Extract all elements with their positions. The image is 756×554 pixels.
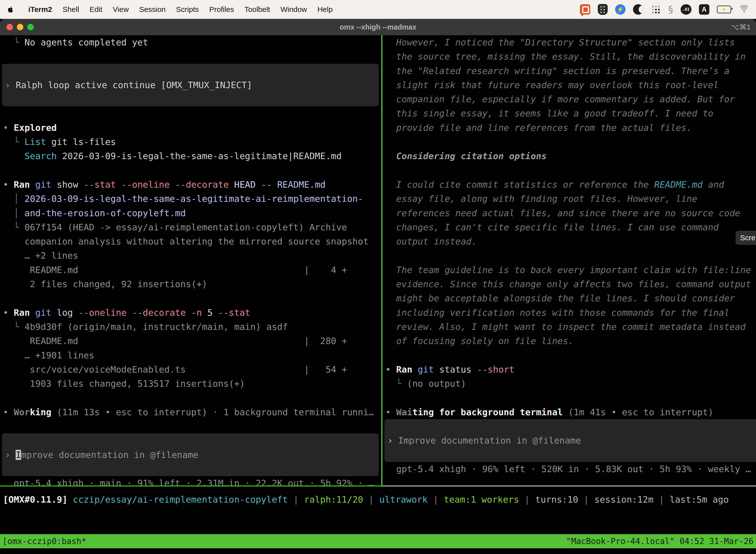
terminal-line: └ 4b9d30f (origin/main, instructkr/main,… <box>3 320 381 334</box>
wifi-icon[interactable] <box>739 5 750 14</box>
terminal-line: [omx-cczip0:bash* <box>2 534 86 548</box>
menu-item-window[interactable]: Window <box>280 5 307 14</box>
screen-share-overlay[interactable]: Scre <box>736 231 756 245</box>
terminal-line: references need actual files, and since … <box>385 206 756 220</box>
terminal-line: slight risk that future readers may over… <box>385 78 756 92</box>
tmux-host-clock: "MacBook-Pro-44.local" 04:52 31-Mar-26 <box>566 534 754 548</box>
terminal-line: • Waiting for background terminal (1m 41… <box>385 405 756 419</box>
terminal-line: essay file, along with finding root file… <box>385 191 756 206</box>
terminal-line <box>385 135 756 149</box>
terminal-line: companion file, especially if more comme… <box>385 92 756 106</box>
chat-app-icon[interactable] <box>580 4 590 15</box>
terminal-line: provide file and line references from th… <box>385 121 756 135</box>
terminal-line: └ (no output) <box>385 377 756 391</box>
prompt-input[interactable]: › Improve documentation in @filename <box>384 419 756 462</box>
left-pane-bottom-border <box>0 486 381 487</box>
terminal-line: I could cite commit statistics or refere… <box>385 177 756 191</box>
terminal-line: › Ralph loop active continue [OMX_TMUX_I… <box>5 78 379 92</box>
terminal-line: • Ran git log --oneline --decorate -n 5 … <box>3 306 381 320</box>
terminal-line: The team guideline is to back every impo… <box>385 263 756 277</box>
terminal-line: [OMX#0.11.9] cczip/essay/ai-reimplementa… <box>3 492 756 507</box>
terminal-line <box>3 163 381 177</box>
menu-item-toolbelt[interactable]: Toolbelt <box>245 5 270 14</box>
terminal-line: └ List git ls-files <box>3 135 381 149</box>
terminal-line: including verification notes with those … <box>385 306 756 320</box>
terminal-line: … +2 lines <box>3 248 381 263</box>
terminal-line <box>5 462 379 476</box>
terminal-line <box>3 419 381 433</box>
menu-item-iterm2[interactable]: iTerm2 <box>28 5 52 14</box>
terminal-line: "MacBook-Pro-44.local" 04:52 31-Mar-26 <box>566 534 754 548</box>
terminal-line: gpt-5.4 xhigh · main · 91% left · 2.31M … <box>3 476 381 486</box>
ralph-loop-banner: › Ralph loop active continue [OMX_TMUX_I… <box>2 64 379 107</box>
terminal-line: the "Related research writing" section i… <box>385 64 756 78</box>
terminal-line: output instead. <box>385 234 756 248</box>
terminal-line: › Improve documentation in @filename <box>5 448 379 462</box>
tmux-session-label[interactable]: [omx-cczip0:bash* <box>2 534 86 548</box>
menu-item-scripts[interactable]: Scripts <box>176 5 199 14</box>
keypad-shield-icon[interactable] <box>598 4 608 15</box>
terminal-line <box>385 248 756 263</box>
terminal-line: • Ran git status --short <box>385 363 756 377</box>
terminal-line: gpt-5.4 xhigh · 96% left · 520K in · 5.8… <box>385 462 756 476</box>
terminal-line: Search 2026-03-09-is-legal-the-same-as-l… <box>3 149 381 163</box>
terminal-line <box>387 419 756 433</box>
squiggle-icon[interactable]: § <box>668 4 673 15</box>
terminal-line: README.md | 4 + <box>3 263 381 277</box>
terminal-line <box>385 163 756 177</box>
terminal-line <box>387 448 756 462</box>
right-pane-bottom-border <box>382 486 756 487</box>
dots-grid-icon[interactable] <box>651 4 661 14</box>
terminal-line: README.md | 280 + <box>3 334 381 348</box>
terminal-line: • Explored <box>3 121 381 135</box>
menu-item-help[interactable]: Help <box>317 5 333 14</box>
terminal-line: 1903 files changed, 513517 insertions(+) <box>3 377 381 391</box>
terminal-line: └ 067f154 (HEAD -> essay/ai-reimplementa… <box>3 220 381 234</box>
terminal-line: Considering citation options <box>385 149 756 163</box>
menu-items: iTerm2ShellEditViewSessionScriptsProfile… <box>18 5 333 14</box>
terminal-line: │ 2026-03-09-is-legal-the-same-as-legiti… <box>3 191 381 206</box>
terminal-line <box>3 291 381 305</box>
terminal-line: └ No agents completed yet <box>3 35 381 49</box>
terminal-line <box>5 92 379 106</box>
terminal-line: • Ran git show --stat --oneline --decora… <box>3 177 381 191</box>
badge-61-icon[interactable]: ..61 <box>681 4 692 15</box>
crescent-icon[interactable] <box>633 4 643 15</box>
terminal-line: src/voice/voiceModeEnabled.ts | 54 + <box>3 363 381 377</box>
menu-bar: iTerm2ShellEditViewSessionScriptsProfile… <box>0 0 756 19</box>
menu-item-view[interactable]: View <box>113 5 129 14</box>
terminal-line: review. Also, I might want to inspect th… <box>385 320 756 334</box>
bolt-badge-icon[interactable]: ⚡ <box>615 4 626 15</box>
terminal-line: companion analysis without altering the … <box>3 234 381 248</box>
window-shortcut-badge: ⌥⌘1 <box>731 23 751 31</box>
terminal-line: the source tree, missing the essay. Stil… <box>385 49 756 63</box>
terminal-line: › Improve documentation in @filename <box>387 433 756 447</box>
terminal-line <box>3 49 381 63</box>
a-key-icon[interactable]: A <box>699 4 709 15</box>
left-pane[interactable]: └ No agents completed yet› Ralph loop ac… <box>0 35 381 486</box>
terminal-line <box>3 106 381 120</box>
window-titlebar[interactable]: omx --xhigh --madmax ⌥⌘1 <box>0 19 756 35</box>
omx-status-line: [OMX#0.11.9] cczip/essay/ai-reimplementa… <box>0 492 756 507</box>
menu-item-edit[interactable]: Edit <box>89 5 103 14</box>
prompt-input[interactable]: › Improve documentation in @filename <box>2 433 379 476</box>
apple-icon[interactable] <box>7 4 15 14</box>
terminal-line <box>5 64 379 78</box>
terminal-line <box>385 348 756 363</box>
menu-item-session[interactable]: Session <box>139 5 166 14</box>
menu-item-profiles[interactable]: Profiles <box>209 5 234 14</box>
terminal-line: However, I noticed the "Directory Struct… <box>385 35 756 49</box>
window-title: omx --xhigh --madmax <box>0 23 756 31</box>
terminal-line <box>5 433 379 447</box>
tmux-status-bar: [omx-cczip0:bash* "MacBook-Pro-44.local"… <box>0 534 756 548</box>
menu-item-shell[interactable]: Shell <box>63 5 79 14</box>
terminal-line: … +1901 lines <box>3 348 381 363</box>
terminal-line: this single essay, it seems like a good … <box>385 106 756 120</box>
terminal-line: might be acceptable alongside the file l… <box>385 291 756 305</box>
terminal-line: of focusing solely on file lines. <box>385 334 756 348</box>
terminal-line <box>385 391 756 405</box>
battery-icon[interactable]: ⚡ <box>717 5 731 13</box>
terminal-line: 2 files changed, 92 insertions(+) <box>3 277 381 291</box>
right-pane[interactable]: However, I noticed the "Directory Struct… <box>382 35 756 486</box>
terminal-line: evidence. Since this change only affects… <box>385 277 756 291</box>
